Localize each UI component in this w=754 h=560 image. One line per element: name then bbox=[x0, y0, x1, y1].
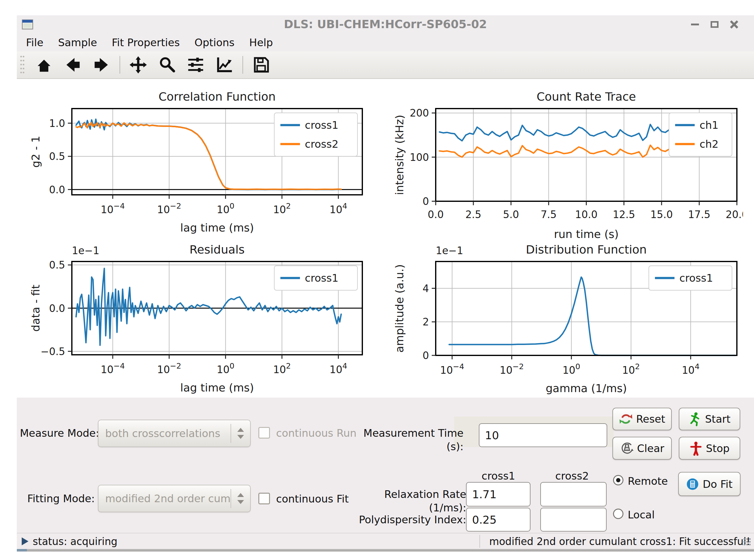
svg-text:ch2: ch2 bbox=[699, 138, 718, 150]
continuous-fit-checkbox[interactable] bbox=[258, 493, 270, 504]
forward-button[interactable] bbox=[91, 54, 112, 76]
do-fit-button[interactable]: Do Fit bbox=[678, 472, 740, 496]
save-button[interactable] bbox=[250, 54, 272, 76]
svg-text:0.5: 0.5 bbox=[49, 259, 65, 271]
svg-text:ch1: ch1 bbox=[699, 119, 718, 131]
home-button[interactable] bbox=[33, 54, 55, 76]
polydispersity-cross2-input[interactable] bbox=[540, 508, 607, 532]
subplot-config-button[interactable] bbox=[185, 54, 206, 76]
progress-bar bbox=[17, 549, 754, 552]
menu-fit-properties[interactable]: Fit Properties bbox=[111, 36, 180, 48]
stop-button[interactable]: Stop bbox=[679, 437, 740, 460]
zoom-button[interactable] bbox=[156, 54, 178, 76]
magnifier-icon bbox=[158, 56, 176, 74]
reset-button[interactable]: Reset bbox=[612, 408, 672, 430]
svg-text:20.0: 20.0 bbox=[726, 208, 743, 221]
svg-text:g2 - 1: g2 - 1 bbox=[29, 136, 42, 168]
pan-button[interactable] bbox=[127, 54, 149, 76]
measurement-time-input[interactable] bbox=[479, 423, 607, 447]
svg-text:102: 102 bbox=[273, 202, 291, 216]
svg-text:104: 104 bbox=[330, 202, 347, 216]
menu-sample[interactable]: Sample bbox=[58, 36, 97, 48]
clear-button[interactable]: Clear bbox=[612, 437, 672, 460]
svg-text:cross1: cross1 bbox=[305, 119, 339, 131]
svg-text:10.0: 10.0 bbox=[575, 208, 597, 221]
measure-mode-label: Measure Mode: bbox=[20, 426, 99, 440]
polydispersity-cross1-input[interactable] bbox=[466, 508, 530, 532]
start-button[interactable]: Start bbox=[679, 408, 740, 430]
remote-radio[interactable] bbox=[613, 475, 624, 485]
clear-brush-icon bbox=[620, 442, 634, 455]
window-title: DLS: UBI-CHEM:HCorr-SP605-02 bbox=[17, 15, 754, 34]
reset-label: Reset bbox=[636, 413, 665, 425]
fitting-mode-value: modified 2nd order cumulant bbox=[99, 493, 230, 505]
statusbar: status: acquiring modified 2nd order cum… bbox=[17, 533, 754, 549]
local-radio[interactable] bbox=[613, 508, 624, 519]
svg-text:0.0: 0.0 bbox=[49, 184, 65, 196]
line-chart-icon bbox=[215, 56, 233, 74]
measure-mode-value: both crosscorrelations bbox=[99, 427, 230, 440]
menu-help[interactable]: Help bbox=[249, 36, 273, 48]
svg-text:Correlation Function: Correlation Function bbox=[158, 90, 276, 103]
svg-text:200: 200 bbox=[410, 107, 429, 119]
svg-text:amplitude (a.u.): amplitude (a.u.) bbox=[393, 264, 406, 353]
local-radio-label: Local bbox=[628, 508, 655, 521]
app-window: DLS: UBI-CHEM:HCorr-SP605-02 File Sample… bbox=[17, 15, 754, 552]
svg-text:0: 0 bbox=[423, 196, 429, 207]
fitting-mode-label: Fitting Mode: bbox=[20, 492, 95, 505]
reset-icon bbox=[619, 412, 633, 426]
svg-text:Residuals: Residuals bbox=[189, 243, 245, 256]
svg-text:cross1: cross1 bbox=[305, 272, 339, 284]
svg-text:100: 100 bbox=[410, 152, 429, 163]
relaxation-rate-cross1-input[interactable] bbox=[466, 482, 530, 506]
status-left-text: status: acquiring bbox=[33, 536, 117, 547]
correlation-function-chart: 10−410−21001021040.00.51.0Correlation Fu… bbox=[23, 83, 374, 242]
menubar: File Sample Fit Properties Options Help bbox=[17, 34, 754, 52]
continuous-run-label: continuous Run bbox=[276, 426, 356, 440]
spinner-icon bbox=[230, 489, 250, 508]
toolbar-separator bbox=[243, 56, 243, 74]
svg-text:10−2: 10−2 bbox=[157, 202, 181, 216]
axes-edit-button[interactable] bbox=[214, 54, 235, 76]
svg-text:5.0: 5.0 bbox=[503, 208, 519, 221]
toolbar-grip[interactable] bbox=[19, 55, 25, 75]
svg-text:cross1: cross1 bbox=[679, 272, 713, 284]
fitting-mode-select[interactable]: modified 2nd order cumulant bbox=[98, 485, 251, 512]
column-header-cross1: cross1 bbox=[468, 469, 529, 483]
back-arrow-icon bbox=[64, 56, 82, 74]
minimize-button[interactable] bbox=[690, 19, 700, 30]
measure-mode-select[interactable]: both crosscorrelations bbox=[98, 420, 251, 447]
close-button[interactable] bbox=[729, 19, 739, 30]
plot-toolbar bbox=[17, 52, 754, 79]
svg-text:Distribution Function: Distribution Function bbox=[526, 243, 647, 256]
toolbar-separator bbox=[120, 56, 120, 74]
svg-text:7.5: 7.5 bbox=[541, 208, 556, 221]
svg-text:cross2: cross2 bbox=[305, 138, 339, 150]
menu-options[interactable]: Options bbox=[195, 36, 235, 48]
svg-text:data - fit: data - fit bbox=[29, 285, 42, 332]
svg-text:intensity (kHz): intensity (kHz) bbox=[393, 115, 406, 195]
column-header-cross2: cross2 bbox=[542, 469, 603, 483]
polydispersity-label: Polydispersity Index: bbox=[347, 513, 466, 526]
status-play-icon bbox=[22, 537, 28, 545]
sliders-icon bbox=[186, 56, 205, 74]
progress-fill bbox=[17, 549, 27, 552]
resize-grip[interactable] bbox=[743, 538, 751, 546]
measurement-time-label: Measurement Time (s): bbox=[353, 426, 464, 440]
svg-text:100: 100 bbox=[217, 202, 235, 216]
maximize-button[interactable] bbox=[709, 19, 720, 30]
continuous-run-checkbox[interactable] bbox=[258, 427, 270, 439]
distribution-function-chart: 10−410−2100102104024Distribution Functio… bbox=[385, 236, 743, 398]
svg-text:1e−1: 1e−1 bbox=[72, 245, 99, 257]
svg-text:gamma (1/ms): gamma (1/ms) bbox=[546, 382, 627, 395]
relaxation-rate-cross2-input[interactable] bbox=[540, 482, 607, 506]
start-label: Start bbox=[705, 413, 731, 425]
continuous-fit-label: continuous Fit bbox=[276, 492, 349, 505]
svg-text:15.0: 15.0 bbox=[650, 208, 673, 221]
menu-file[interactable]: File bbox=[26, 36, 43, 48]
svg-text:104: 104 bbox=[682, 362, 699, 376]
svg-text:0.0: 0.0 bbox=[49, 302, 65, 315]
titlebar[interactable]: DLS: UBI-CHEM:HCorr-SP605-02 bbox=[17, 15, 754, 34]
svg-text:2.5: 2.5 bbox=[465, 208, 481, 221]
back-button[interactable] bbox=[62, 54, 83, 76]
